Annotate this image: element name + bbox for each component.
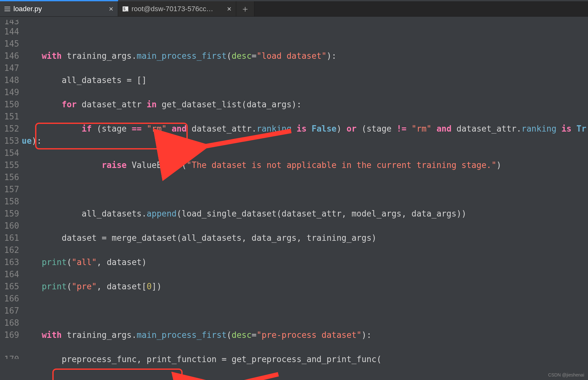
code-line: all_datasets = [] (22, 74, 588, 86)
line-number: 160 (0, 220, 22, 232)
terminal-icon: $_ (123, 6, 128, 11)
line-number: 149 (0, 86, 22, 98)
line-number: 152 (0, 123, 22, 135)
line-number: 148 (0, 74, 22, 86)
line-number: 158 (0, 195, 22, 208)
close-icon[interactable]: × (227, 4, 231, 13)
line-number: 146 (0, 50, 22, 62)
line-number: 170 (0, 353, 22, 359)
line-number: 167 (0, 305, 22, 317)
code-line: with training_args.main_process_first(de… (22, 329, 588, 341)
line-number-gutter: 143 144 145 146 147 148 149 150 151 152 … (0, 17, 22, 380)
tab-file-loader[interactable]: loader.py × (0, 1, 118, 16)
line-number: 154 (0, 147, 22, 159)
line-number: 143 (0, 20, 22, 26)
code-line: if (stage == "rm" and dataset_attr.ranki… (22, 123, 588, 147)
plus-icon: ＋ (241, 3, 250, 15)
line-number: 159 (0, 208, 22, 220)
line-number: 155 (0, 159, 22, 171)
line-number: 162 (0, 244, 22, 256)
line-number: 163 (0, 256, 22, 268)
line-number: 151 (0, 110, 22, 123)
code-line: for dataset_attr in get_dataset_list(dat… (22, 98, 588, 110)
tab-terminal-label: root@dsw-70173-576ccd47 (132, 5, 215, 13)
code-line: all_datasets.append(load_single_dataset(… (22, 208, 588, 220)
close-icon[interactable]: × (109, 4, 113, 13)
code-line (22, 183, 588, 195)
line-number: 165 (0, 280, 22, 293)
line-number: 164 (0, 268, 22, 280)
new-tab-button[interactable]: ＋ (236, 1, 254, 16)
code-line: print("all", dataset) (22, 256, 588, 268)
line-number: 150 (0, 98, 22, 110)
code-editor[interactable]: 143 144 145 146 147 148 149 150 151 152 … (0, 17, 588, 380)
line-number: 168 (0, 317, 22, 329)
tab-terminal[interactable]: $_ root@dsw-70173-576ccd47 × (118, 1, 236, 16)
line-number: 161 (0, 232, 22, 244)
code-line: preprocess_func, print_function = get_pr… (22, 353, 588, 365)
file-icon (4, 7, 10, 11)
line-number: 145 (0, 38, 22, 50)
code-line: dataset = merge_dataset(all_datasets, da… (22, 232, 588, 244)
tab-bar: loader.py × $_ root@dsw-70173-576ccd47 ×… (0, 1, 588, 17)
watermark: CSDN @jieshenai (548, 372, 584, 377)
code-line: print("pre", dataset[0]) (22, 280, 588, 293)
line-number: 144 (0, 26, 22, 38)
line-number: 169 (0, 329, 22, 353)
code-line: with training_args.main_process_first(de… (22, 50, 588, 62)
tab-file-label: loader.py (13, 5, 42, 13)
line-number: 166 (0, 293, 22, 305)
code-area[interactable]: with training_args.main_process_first(de… (22, 17, 588, 380)
code-line: tokenizer, template, data_args, training… (22, 377, 588, 380)
code-line (22, 305, 588, 317)
line-number: 147 (0, 62, 22, 74)
line-number: 153 (0, 135, 22, 147)
line-number: 157 (0, 183, 22, 195)
code-line: raise ValueError("The dataset is not app… (22, 159, 588, 171)
line-number: 156 (0, 171, 22, 183)
